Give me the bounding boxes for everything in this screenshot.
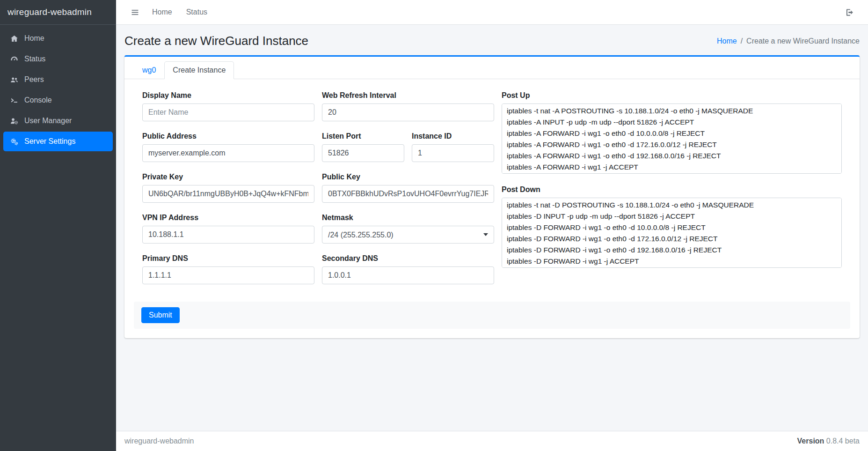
netmask-group: Netmask /24 (255.255.255.0) [322,214,494,244]
page-title: Create a new WireGuard Instance [124,34,308,48]
sidebar-item-console[interactable]: Console [3,90,113,110]
tab-content: Display Name Web Refresh Interval Post U… [124,79,860,338]
web-refresh-interval-label: Web Refresh Interval [322,91,494,100]
post-up-textarea[interactable]: iptables -t nat -A POSTROUTING -s 10.188… [502,104,842,174]
listen-port-label: Listen Port [322,132,404,140]
private-key-group: Private Key [142,173,314,203]
users-icon [9,76,19,84]
sidebar-item-label: Peers [24,75,44,84]
public-key-group: Public Key [322,173,494,203]
web-refresh-interval-input[interactable] [322,104,494,121]
sign-out-icon[interactable] [841,5,859,20]
netmask-select-wrap: /24 (255.255.255.0) [322,226,494,244]
listen-port-group: Listen Port [322,132,404,162]
navbar-link-status[interactable]: Status [179,5,214,19]
page-footer: wireguard-webadmin Version 0.8.4 beta [116,431,868,451]
post-scripts-column: Post Up iptables -t nat -A POSTROUTING -… [502,91,842,284]
sidebar-item-label: Console [24,96,52,104]
home-icon [9,35,19,43]
instance-card: wg0 Create Instance Display Name Web Ref… [124,55,860,338]
instance-id-input[interactable] [412,144,494,162]
post-up-label: Post Up [502,91,842,100]
post-down-textarea[interactable]: iptables -t nat -D POSTROUTING -s 10.188… [502,198,842,268]
public-key-input[interactable] [322,185,494,203]
instance-tabs: wg0 Create Instance [124,57,860,79]
private-key-input[interactable] [142,185,314,203]
public-key-label: Public Key [322,173,494,181]
listen-port-input[interactable] [322,144,404,162]
gauge-icon [9,55,19,63]
private-key-label: Private Key [142,173,314,181]
content: Create a new WireGuard Instance Home / C… [116,25,868,431]
navbar-link-home[interactable]: Home [145,5,179,19]
submit-button[interactable]: Submit [141,307,180,323]
display-name-input[interactable] [142,104,314,121]
netmask-label: Netmask [322,214,494,222]
public-address-input[interactable] [142,144,314,162]
content-header: Create a new WireGuard Instance Home / C… [116,25,868,55]
sidebar-item-label: User Manager [24,117,72,125]
public-address-label: Public Address [142,132,314,140]
secondary-dns-input[interactable] [322,266,494,284]
netmask-select[interactable]: /24 (255.255.255.0) [322,226,494,244]
sidebar-item-label: Server Settings [24,137,75,146]
sidebar-item-status[interactable]: Status [3,49,113,69]
terminal-icon [9,96,19,104]
vpn-ip-input[interactable] [142,226,314,244]
sidebar: wireguard-webadmin Home Status Peers Con… [0,0,116,451]
post-up-group: Post Up iptables -t nat -A POSTROUTING -… [502,91,842,176]
form-footer: Submit [134,302,850,329]
sidebar-item-server-settings[interactable]: Server Settings [3,132,113,151]
primary-dns-label: Primary DNS [142,254,314,263]
tab-create-instance[interactable]: Create Instance [164,61,234,79]
instance-form: Display Name Web Refresh Interval Post U… [142,91,842,284]
display-name-group: Display Name [142,91,314,121]
sidebar-item-peers[interactable]: Peers [3,70,113,89]
brand[interactable]: wireguard-webadmin [0,0,116,25]
sidebar-menu: Home Status Peers Console User Manager [0,25,116,156]
instance-id-label: Instance ID [412,132,494,140]
footer-version-label: Version [797,437,824,445]
top-navbar: Home Status [116,0,868,25]
primary-dns-group: Primary DNS [142,254,314,284]
sidebar-item-home[interactable]: Home [3,29,113,48]
main-area: Home Status Create a new WireGuard Insta… [116,0,868,451]
sidebar-item-label: Status [24,55,45,63]
footer-version: Version 0.8.4 beta [797,437,860,445]
port-id-row: Listen Port Instance ID [322,132,494,162]
footer-version-value: 0.8.4 beta [826,437,860,445]
menu-icon[interactable] [125,5,145,20]
breadcrumb-home-link[interactable]: Home [717,37,737,45]
primary-dns-input[interactable] [142,266,314,284]
post-down-label: Post Down [502,185,842,194]
sidebar-item-user-manager[interactable]: User Manager [3,111,113,131]
public-address-group: Public Address [142,132,314,162]
gears-icon [9,138,19,146]
vpn-ip-label: VPN IP Address [142,214,314,222]
footer-app-name: wireguard-webadmin [124,437,194,445]
secondary-dns-group: Secondary DNS [322,254,494,284]
sidebar-item-label: Home [24,34,44,43]
tab-wg0[interactable]: wg0 [134,61,164,79]
breadcrumb-current: Create a new WireGuard Instance [746,37,860,45]
user-gear-icon [9,117,19,125]
instance-id-group: Instance ID [412,132,494,162]
breadcrumb-separator: / [741,37,743,45]
web-refresh-interval-group: Web Refresh Interval [322,91,494,121]
secondary-dns-label: Secondary DNS [322,254,494,263]
vpn-ip-group: VPN IP Address [142,214,314,244]
display-name-label: Display Name [142,91,314,100]
breadcrumb: Home / Create a new WireGuard Instance [717,37,860,45]
post-down-group: Post Down iptables -t nat -D POSTROUTING… [502,185,842,270]
